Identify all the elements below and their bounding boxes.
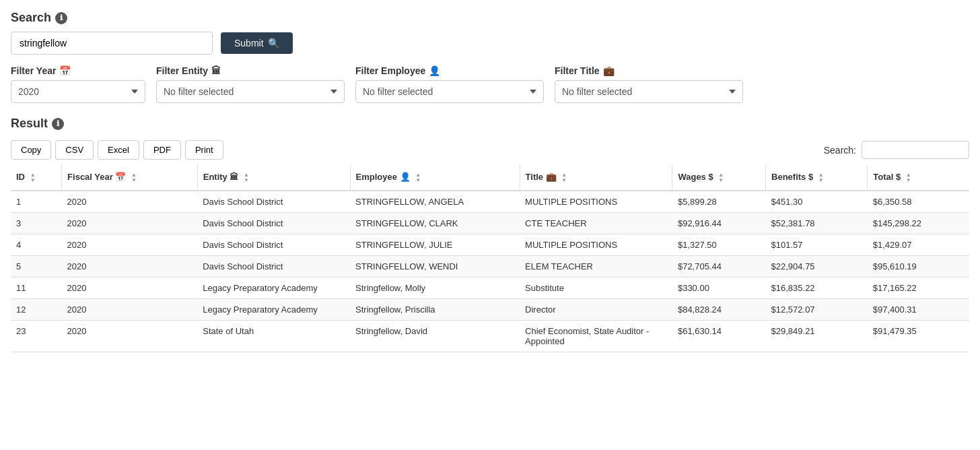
cell-benefits: $12,572.07 [766, 298, 868, 320]
col-header-total[interactable]: Total $ ▲▼ [868, 165, 969, 191]
employee-header-icon: 👤 [400, 172, 411, 182]
sort-fiscal-icon: ▲▼ [131, 172, 137, 183]
cell-total: $97,400.31 [868, 298, 969, 320]
employee-icon: 👤 [429, 65, 440, 76]
filters-row: Filter Year 📅 2020 2019 2018 2017 Filter… [11, 65, 969, 103]
cell-title: MULTIPLE POSITIONS [520, 234, 672, 255]
submit-button[interactable]: Submit 🔍 [221, 32, 293, 54]
cell-wages: $92,916.44 [672, 212, 766, 234]
filter-title-label: Filter Title 💼 [555, 65, 743, 76]
submit-label: Submit [234, 38, 264, 49]
cell-title: CTE TEACHER [520, 212, 672, 234]
filter-year-label: Filter Year 📅 [11, 65, 145, 76]
cell-wages: $84,828.24 [672, 298, 766, 320]
col-header-benefits[interactable]: Benefits $ ▲▼ [766, 165, 868, 191]
search-title: Search ℹ [11, 11, 969, 25]
cell-id: 12 [11, 298, 62, 320]
result-label: Result [11, 117, 48, 131]
col-header-title[interactable]: Title 💼 ▲▼ [520, 165, 672, 191]
cell-benefits: $22,904.75 [766, 255, 868, 277]
cell-wages: $72,705.44 [672, 255, 766, 277]
filter-year-group: Filter Year 📅 2020 2019 2018 2017 [11, 65, 145, 103]
filter-title-select[interactable]: No filter selected [555, 80, 743, 103]
cell-total: $95,610.19 [868, 255, 969, 277]
cell-title: Director [520, 298, 672, 320]
title-header-icon: 💼 [546, 172, 557, 182]
cell-id: 1 [11, 191, 62, 213]
calendar-icon: 📅 [59, 65, 71, 76]
cell-wages: $330.00 [672, 277, 766, 298]
table-row: 1 2020 Davis School District STRINGFELLO… [11, 191, 969, 213]
table-header-row: ID ▲▼ Fiscal Year 📅 ▲▼ Entity 🏛 ▲▼ Emplo… [11, 165, 969, 191]
search-section: Search ℹ Submit 🔍 [11, 11, 969, 55]
sort-title-icon: ▲▼ [561, 172, 567, 183]
search-input[interactable] [11, 32, 213, 55]
table-row: 23 2020 State of Utah Stringfellow, Davi… [11, 320, 969, 352]
cell-id: 5 [11, 255, 62, 277]
table-search-input[interactable] [862, 141, 969, 159]
filter-year-select[interactable]: 2020 2019 2018 2017 [11, 80, 145, 103]
cell-total: $6,350.58 [868, 191, 969, 213]
cell-fiscal-year: 2020 [62, 277, 198, 298]
filter-employee-group: Filter Employee 👤 No filter selected [355, 65, 544, 103]
filter-employee-label: Filter Employee 👤 [355, 65, 544, 76]
copy-button[interactable]: Copy [11, 140, 51, 160]
filter-entity-select[interactable]: No filter selected [156, 80, 345, 103]
calendar-header-icon: 📅 [115, 172, 126, 182]
filter-title-group: Filter Title 💼 No filter selected [555, 65, 743, 103]
cell-employee: STRINGFELLOW, WENDI [350, 255, 520, 277]
cell-entity: Legacy Preparatory Academy [197, 298, 350, 320]
csv-button[interactable]: CSV [55, 140, 94, 160]
table-body: 1 2020 Davis School District STRINGFELLO… [11, 191, 969, 352]
sort-wages-icon: ▲▼ [718, 172, 724, 183]
sort-benefits-icon: ▲▼ [818, 172, 824, 183]
cell-entity: Davis School District [197, 212, 350, 234]
filter-employee-select[interactable]: No filter selected [355, 80, 544, 103]
col-header-employee[interactable]: Employee 👤 ▲▼ [350, 165, 520, 191]
entity-icon: 🏛 [211, 65, 221, 76]
cell-total: $91,479.35 [868, 320, 969, 352]
cell-fiscal-year: 2020 [62, 320, 198, 352]
cell-wages: $5,899.28 [672, 191, 766, 213]
cell-entity: Davis School District [197, 255, 350, 277]
cell-employee: STRINGFELLOW, ANGELA [350, 191, 520, 213]
sort-employee-icon: ▲▼ [415, 172, 421, 183]
cell-entity: Legacy Preparatory Academy [197, 277, 350, 298]
cell-benefits: $52,381.78 [766, 212, 868, 234]
cell-total: $17,165.22 [868, 277, 969, 298]
export-buttons: Copy CSV Excel PDF Print [11, 140, 223, 160]
cell-fiscal-year: 2020 [62, 255, 198, 277]
col-header-id[interactable]: ID ▲▼ [11, 165, 62, 191]
cell-benefits: $451.30 [766, 191, 868, 213]
result-section: Result ℹ Copy CSV Excel PDF Print Search… [11, 117, 969, 352]
table-search-area: Search: [824, 141, 969, 159]
cell-id: 23 [11, 320, 62, 352]
cell-employee: Stringfellow, Molly [350, 277, 520, 298]
col-header-wages[interactable]: Wages $ ▲▼ [672, 165, 766, 191]
pdf-button[interactable]: PDF [143, 140, 181, 160]
col-header-entity[interactable]: Entity 🏛 ▲▼ [197, 165, 350, 191]
table-row: 5 2020 Davis School District STRINGFELLO… [11, 255, 969, 277]
col-header-fiscal-year[interactable]: Fiscal Year 📅 ▲▼ [62, 165, 198, 191]
cell-fiscal-year: 2020 [62, 298, 198, 320]
search-icon: 🔍 [268, 38, 279, 49]
results-table: ID ▲▼ Fiscal Year 📅 ▲▼ Entity 🏛 ▲▼ Emplo… [11, 165, 969, 352]
table-row: 3 2020 Davis School District STRINGFELLO… [11, 212, 969, 234]
cell-title: Substitute [520, 277, 672, 298]
cell-fiscal-year: 2020 [62, 212, 198, 234]
cell-employee: STRINGFELLOW, JULIE [350, 234, 520, 255]
cell-benefits: $101.57 [766, 234, 868, 255]
sort-entity-icon: ▲▼ [244, 172, 249, 183]
cell-benefits: $29,849.21 [766, 320, 868, 352]
print-button[interactable]: Print [185, 140, 223, 160]
cell-id: 3 [11, 212, 62, 234]
table-controls: Copy CSV Excel PDF Print Search: [11, 140, 969, 160]
cell-wages: $1,327.50 [672, 234, 766, 255]
cell-entity: State of Utah [197, 320, 350, 352]
cell-entity: Davis School District [197, 234, 350, 255]
table-search-label: Search: [824, 145, 856, 156]
excel-button[interactable]: Excel [98, 140, 139, 160]
cell-employee: STRINGFELLOW, CLARK [350, 212, 520, 234]
cell-total: $1,429.07 [868, 234, 969, 255]
title-icon: 💼 [603, 65, 615, 76]
